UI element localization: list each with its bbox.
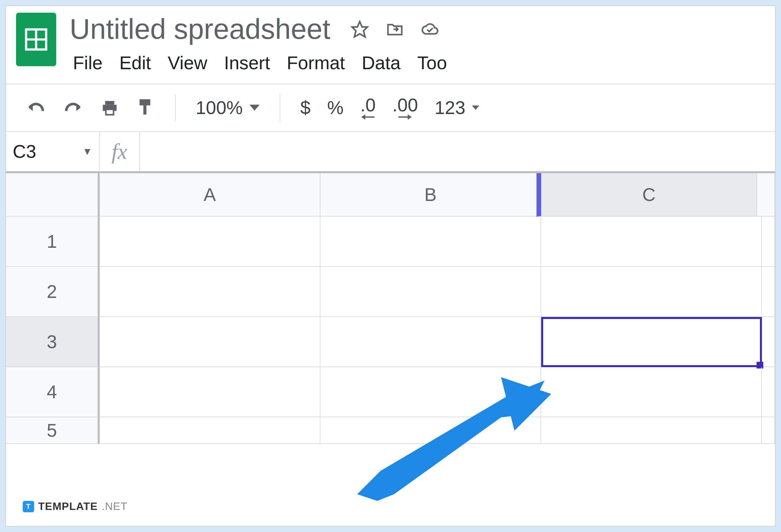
menu-data[interactable]: Data [362,52,400,74]
move-folder-icon[interactable] [386,20,404,38]
column-header-B[interactable]: B [320,173,541,217]
cell-B2[interactable] [320,267,541,317]
formula-bar-row: C3 ▼ fx [6,131,775,171]
svg-rect-10 [365,116,375,118]
cell-A1[interactable] [100,217,320,267]
zoom-dropdown[interactable]: 100% [196,97,259,118]
sheets-app-icon[interactable] [16,13,56,66]
cell-D3[interactable] [762,317,775,367]
redo-button[interactable] [63,99,83,116]
cell-A4[interactable] [100,367,320,417]
row-header-1[interactable]: 1 [6,217,100,267]
title-actions [351,20,439,38]
select-all-corner[interactable] [6,173,100,217]
formula-input[interactable] [140,132,775,171]
toolbar: 100% $ % .0 .00 123 [6,84,775,131]
cell-C3[interactable] [541,317,762,367]
name-box-value: C3 [13,141,36,162]
chevron-down-icon [249,104,259,111]
increase-decimal-label: .00 [392,96,418,114]
menu-bar: File Edit View Insert Format Data Too [70,52,447,74]
cell-A3[interactable] [100,317,320,367]
cell-B1[interactable] [320,217,541,267]
cell-A2[interactable] [100,267,320,317]
spreadsheet-grid: A B C 1 2 3 [6,171,775,444]
svg-rect-5 [105,101,114,104]
watermark-badge-icon: T [23,501,34,512]
percent-format-button[interactable]: % [327,97,343,118]
print-button[interactable] [100,99,120,117]
app-frame: Untitled spreadsheet File Edit View [5,5,776,527]
decrease-decimal-button[interactable]: .0 [360,96,376,120]
chevron-down-icon: ▼ [82,146,92,157]
toolbar-separator [280,94,280,121]
increase-decimal-button[interactable]: .00 [392,96,418,120]
menu-file[interactable]: File [73,52,103,74]
grid-row: 3 [6,317,775,367]
paint-format-button[interactable] [136,98,155,118]
svg-rect-8 [139,99,150,105]
star-icon[interactable] [351,20,369,38]
fx-label: fx [100,132,140,171]
watermark-suffix: .NET [102,500,127,513]
cell-B3[interactable] [320,317,541,367]
header: Untitled spreadsheet File Edit View [6,6,775,74]
undo-button[interactable] [26,99,46,116]
zoom-value: 100% [196,97,243,118]
column-header-C[interactable]: C [536,173,757,217]
cell-C1[interactable] [541,217,762,267]
cell-B5[interactable] [320,417,541,444]
grid-row: 4 [6,367,775,417]
watermark-brand: TEMPLATE [38,500,98,513]
grid-row: 1 [6,217,775,267]
menu-format[interactable]: Format [287,52,345,74]
column-headers: A B C [6,173,775,217]
grid-rows: 1 2 3 [6,217,775,444]
svg-rect-9 [143,105,147,115]
cell-D4[interactable] [762,367,775,417]
svg-rect-7 [106,109,114,115]
number-format-dropdown[interactable]: 123 [435,97,480,118]
svg-rect-11 [398,116,408,118]
cell-D1[interactable] [762,217,775,267]
name-box[interactable]: C3 ▼ [6,132,100,171]
cell-C2[interactable] [541,267,762,317]
decrease-decimal-label: .0 [360,96,376,114]
number-format-label: 123 [435,97,465,118]
row-header-5[interactable]: 5 [6,417,100,444]
menu-tools-truncated[interactable]: Too [417,52,447,74]
cell-B4[interactable] [320,367,541,417]
currency-format-button[interactable]: $ [300,97,311,118]
svg-marker-4 [352,21,367,37]
toolbar-separator [175,94,176,121]
watermark: T TEMPLATE.NET [23,500,127,513]
menu-insert[interactable]: Insert [224,52,270,74]
cell-D2[interactable] [762,267,775,317]
cell-C5[interactable] [541,417,762,444]
column-header-next[interactable] [757,173,775,217]
row-header-3[interactable]: 3 [6,317,100,367]
document-title[interactable]: Untitled spreadsheet [70,13,330,45]
cell-A5[interactable] [100,417,320,444]
grid-row: 5 [6,417,775,444]
grid-row: 2 [6,267,775,317]
title-and-menu: Untitled spreadsheet File Edit View [70,13,447,74]
cloud-saved-icon[interactable] [421,20,439,38]
cell-C4[interactable] [541,367,762,417]
row-header-2[interactable]: 2 [6,267,100,317]
menu-edit[interactable]: Edit [119,52,151,74]
row-header-4[interactable]: 4 [6,367,100,417]
title-row: Untitled spreadsheet [70,13,447,45]
column-header-A[interactable]: A [100,173,320,217]
chevron-down-icon [472,105,479,110]
menu-view[interactable]: View [168,52,207,74]
cell-D5[interactable] [762,417,775,444]
